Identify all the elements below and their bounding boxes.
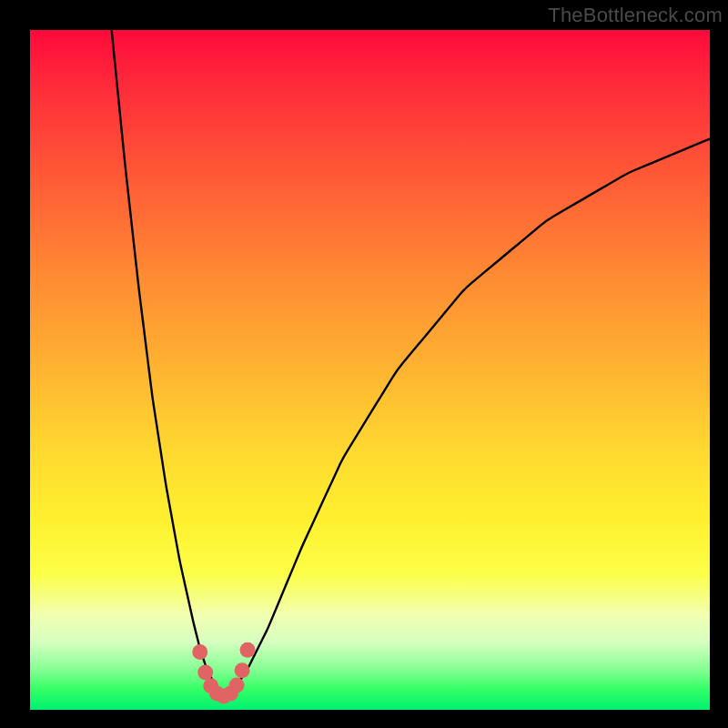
valley-marker <box>240 642 256 658</box>
bottleneck-curve <box>0 0 728 728</box>
valley-markers <box>192 642 255 704</box>
valley-marker <box>192 644 207 660</box>
valley-marker <box>197 664 213 680</box>
valley-marker <box>235 662 250 678</box>
v-curve-path <box>112 30 710 694</box>
watermark-text: TheBottleneck.com <box>548 4 723 27</box>
chart-canvas: TheBottleneck.com <box>0 0 728 728</box>
valley-marker <box>229 678 245 693</box>
